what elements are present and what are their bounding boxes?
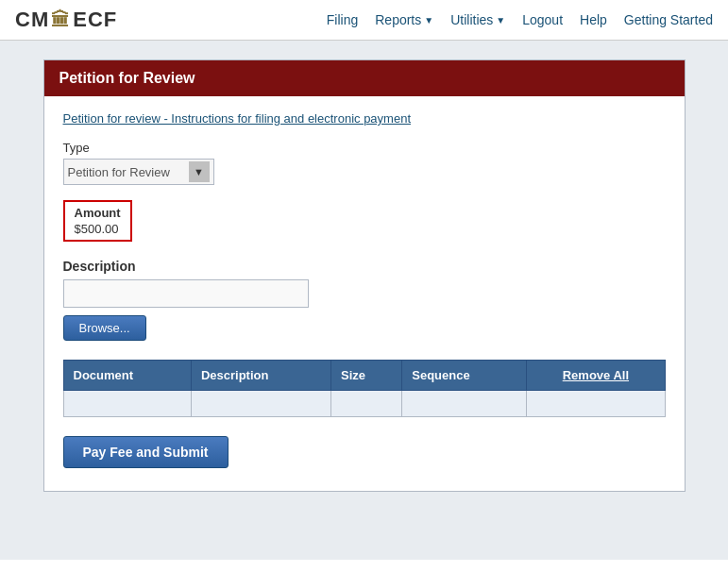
amount-box: Amount $500.00 <box>63 200 132 242</box>
logo: CM 🏛 ECF <box>15 8 117 32</box>
logo-cm: CM <box>15 8 49 32</box>
type-label: Type <box>63 141 666 155</box>
reports-dropdown-icon: ▼ <box>424 15 433 25</box>
nav-reports[interactable]: Reports ▼ <box>375 12 433 27</box>
main-nav: Filing Reports ▼ Utilities ▼ Logout Help… <box>327 12 713 27</box>
main-content: Petition for Review Petition for review … <box>0 41 728 560</box>
description-label: Description <box>63 259 666 274</box>
empty-size <box>331 391 402 417</box>
amount-value: $500.00 <box>75 222 121 236</box>
table-empty-row <box>63 391 665 417</box>
table-header: Document Description Size Sequence <box>63 361 665 391</box>
nav-getting-started[interactable]: Getting Started <box>624 12 713 27</box>
amount-label: Amount <box>75 206 121 220</box>
nav-logout[interactable]: Logout <box>522 12 563 27</box>
empty-seq <box>402 391 527 417</box>
document-table: Document Description Size Sequence <box>63 360 666 417</box>
logo-ecf: ECF <box>73 8 117 32</box>
instructions-link[interactable]: Petition for review - Instructions for f… <box>63 111 412 126</box>
utilities-dropdown-icon: ▼ <box>496 15 505 25</box>
nav-filing[interactable]: Filing <box>327 12 358 27</box>
nav-utilities[interactable]: Utilities ▼ <box>450 12 505 27</box>
description-input[interactable] <box>63 279 309 308</box>
browse-button[interactable]: Browse... <box>63 315 146 341</box>
table-body <box>63 391 665 417</box>
empty-doc <box>63 391 191 417</box>
card-body: Petition for review - Instructions for f… <box>44 96 685 491</box>
card-title: Petition for Review <box>59 70 195 86</box>
nav-help[interactable]: Help <box>580 12 607 27</box>
empty-remove <box>527 391 665 417</box>
col-document: Document <box>63 361 191 391</box>
type-select-dropdown-btn[interactable]: ▼ <box>189 161 210 182</box>
type-select[interactable]: Petition for Review ▼ <box>63 159 214 185</box>
type-field: Type Petition for Review ▼ <box>63 141 666 185</box>
empty-desc <box>191 391 330 417</box>
card-header: Petition for Review <box>44 60 685 96</box>
col-description: Description <box>191 361 330 391</box>
description-field: Description Browse... <box>63 259 666 341</box>
header: CM 🏛 ECF Filing Reports ▼ Utilities ▼ Lo… <box>0 0 728 41</box>
submit-button[interactable]: Pay Fee and Submit <box>63 436 229 468</box>
col-size: Size <box>331 361 402 391</box>
col-sequence: Sequence <box>402 361 527 391</box>
col-remove-all[interactable]: Remove All <box>527 361 665 391</box>
type-select-value: Petition for Review <box>68 165 189 179</box>
petition-card: Petition for Review Petition for review … <box>43 59 686 492</box>
logo-icon: 🏛 <box>51 9 71 31</box>
remove-all-link[interactable]: Remove All <box>563 368 629 382</box>
